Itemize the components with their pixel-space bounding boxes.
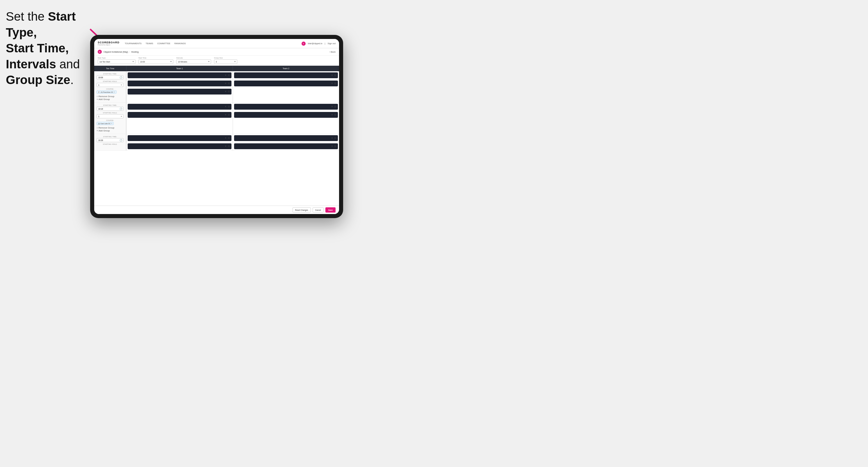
- breadcrumb-bar: C Clipped Invitational (May) › Hosting ‹…: [94, 48, 339, 56]
- nav-committee[interactable]: COMMITTEE: [157, 41, 170, 45]
- expand-icon-7[interactable]: ⊡: [228, 114, 230, 116]
- course-icon-2: 🏢: [98, 123, 100, 124]
- team2-col-1: ✕ ⊡ ✕ ⊡: [232, 71, 339, 102]
- tablet-frame: SCOREBOARD Powered by clipp.io TOURNAMEN…: [90, 35, 343, 218]
- remove-icon-1: ○: [97, 95, 98, 98]
- nav-right: B blair@clipped.io | Sign out: [302, 41, 336, 45]
- x-icon-11[interactable]: ✕: [225, 145, 226, 148]
- nav-tournaments[interactable]: TOURNAMENTS: [125, 41, 142, 45]
- intervals-select[interactable]: 10 Minutes 8 Minutes 12 Minutes: [176, 59, 211, 64]
- reset-changes-button[interactable]: Reset Changes: [292, 207, 311, 213]
- instruction-bold4: Group Size: [6, 73, 70, 87]
- team-slot-5-1: ✕ ⊡: [128, 135, 231, 141]
- starting-hole-select-2[interactable]: 110: [97, 114, 124, 118]
- instruction-and: and: [56, 57, 80, 71]
- starting-hole-label-3: STARTING HOLE:: [97, 143, 124, 145]
- x-icon-10[interactable]: ✕: [225, 137, 226, 139]
- remove-group-btn-1[interactable]: ○ Remove Group: [97, 95, 124, 98]
- course-name-2: East Lake GC: [101, 123, 111, 124]
- start-time-select[interactable]: 10:00: [138, 59, 173, 64]
- expand-icon-9[interactable]: ⊡: [334, 114, 336, 116]
- clock-icon-1: 🕐: [120, 76, 122, 79]
- expand-icon-12[interactable]: ⊡: [334, 137, 336, 139]
- table-header: Tee Time Team 1 Team 2: [94, 66, 339, 71]
- x-icon-4[interactable]: ✕: [331, 74, 333, 76]
- team1-col-1: ✕ ⊡ ✕ ⊡ ✕ ⊡: [126, 71, 232, 102]
- team-slot-1-2: ✕ ⊡: [128, 81, 231, 86]
- cancel-button[interactable]: Cancel: [313, 207, 323, 213]
- tee-actions-2: ○ Remove Group + Add Group: [97, 127, 124, 132]
- sign-out-link[interactable]: Sign out: [328, 41, 336, 45]
- starting-time-wrap-3: 🕐: [97, 138, 124, 142]
- instruction-bold3: Intervals: [6, 57, 56, 71]
- nav-separator: |: [325, 42, 326, 44]
- expand-icon-8[interactable]: ⊡: [334, 105, 336, 108]
- breadcrumb-section: Hosting: [131, 51, 138, 53]
- clock-icon-3: 🕐: [120, 139, 122, 142]
- tee-actions-1: ○ Remove Group + Add Group: [97, 95, 124, 101]
- save-button[interactable]: Save: [326, 207, 336, 213]
- team-slot-4-1: ✕ ⊡: [234, 104, 338, 110]
- x-icon-1[interactable]: ✕: [225, 74, 226, 76]
- add-group-btn-2[interactable]: + Add Group: [97, 130, 124, 132]
- remove-group-btn-2[interactable]: ○ Remove Group: [97, 127, 124, 129]
- expand-icon-11[interactable]: ⊡: [228, 145, 230, 148]
- group-row-3: STARTING TIME: 🕐 STARTING HOLE: ✕ ⊡ ✕ ⊡: [94, 134, 339, 151]
- breadcrumb-logo: C: [98, 50, 102, 54]
- x-icon-2[interactable]: ✕: [225, 82, 226, 85]
- starting-hole-select-1[interactable]: 110: [97, 83, 124, 87]
- starting-time-wrap-1: 🕐: [97, 75, 124, 80]
- x-icon-8[interactable]: ✕: [331, 105, 333, 108]
- course-remove-1[interactable]: ×: [114, 91, 115, 93]
- x-icon-3[interactable]: ✕: [225, 90, 226, 93]
- starting-hole-wrap-2: 110: [97, 114, 124, 118]
- main-content: STARTING TIME: 🕐 STARTING HOLE: 110 COUR…: [94, 71, 339, 206]
- course-label-2: COURSE:: [97, 120, 124, 121]
- starting-hole-label-1: STARTING HOLE:: [97, 81, 124, 82]
- starting-time-label-1: STARTING TIME:: [97, 73, 124, 75]
- intervals-group: Intervals 10 Minutes 8 Minutes 12 Minute…: [176, 57, 211, 64]
- team-slot-1-3: ✕ ⊡: [128, 89, 231, 94]
- breadcrumb-tournament[interactable]: Clipped Invitational (May): [103, 51, 128, 53]
- add-group-btn-1[interactable]: + Add Group: [97, 98, 124, 101]
- add-icon-2: +: [97, 130, 98, 132]
- instruction-bold2: Start Time,: [6, 41, 69, 55]
- add-icon-1: +: [97, 98, 98, 101]
- x-icon-6[interactable]: ✕: [225, 105, 226, 108]
- nav-teams[interactable]: TEAMS: [146, 41, 153, 45]
- expand-icon-6[interactable]: ⊡: [228, 105, 230, 108]
- expand-icon-4[interactable]: ⊡: [334, 74, 336, 76]
- start-time-label: Start Time: [138, 57, 173, 59]
- starting-time-wrap-2: 🕐: [97, 107, 124, 111]
- x-icon-5[interactable]: ✕: [331, 82, 333, 85]
- group-size-select[interactable]: 3 2 4: [214, 59, 237, 64]
- starting-hole-wrap-1: 110: [97, 83, 124, 87]
- team-slot-6-2: ✕ ⊡: [234, 143, 338, 149]
- x-icon-12[interactable]: ✕: [331, 137, 333, 139]
- x-icon-9[interactable]: ✕: [331, 114, 333, 116]
- team-slot-4-2: ✕ ⊡: [234, 112, 338, 118]
- nav-rankings[interactable]: RANKINGS: [175, 41, 186, 45]
- course-remove-2[interactable]: ×: [111, 122, 112, 124]
- logo-text: SCOREBOARD: [98, 41, 120, 44]
- expand-icon-10[interactable]: ⊡: [228, 137, 230, 139]
- instruction-text: Set the Start Type, Start Time, Interval…: [6, 9, 99, 88]
- course-icon-1: 🏌: [98, 91, 100, 93]
- back-button[interactable]: ‹ Back: [330, 51, 336, 53]
- expand-icon-1[interactable]: ⊡: [228, 74, 230, 76]
- expand-icon-13[interactable]: ⊡: [334, 145, 336, 148]
- x-icon-7[interactable]: ✕: [225, 114, 226, 116]
- team-slot-1-1: ✕ ⊡: [128, 72, 231, 78]
- course-name-1: (A) Peachtree GC: [101, 91, 114, 93]
- group-row-2: STARTING TIME: 🕐 STARTING HOLE: 110 COUR…: [94, 103, 339, 134]
- expand-icon-5[interactable]: ⊡: [334, 82, 336, 85]
- expand-icon-2[interactable]: ⊡: [228, 82, 230, 85]
- tee-col-2: STARTING TIME: 🕐 STARTING HOLE: 110 COUR…: [94, 103, 126, 134]
- start-type-select[interactable]: 1st Tee Start Shotgun Start: [98, 59, 135, 64]
- clock-icon-2: 🕐: [120, 107, 122, 110]
- expand-icon-3[interactable]: ⊡: [228, 90, 230, 93]
- controls-row: Start Type 1st Tee Start Shotgun Start S…: [94, 56, 339, 66]
- x-icon-13[interactable]: ✕: [331, 145, 333, 148]
- starting-time-label-3: STARTING TIME:: [97, 136, 124, 137]
- team-slot-6-1: ✕ ⊡: [234, 135, 338, 141]
